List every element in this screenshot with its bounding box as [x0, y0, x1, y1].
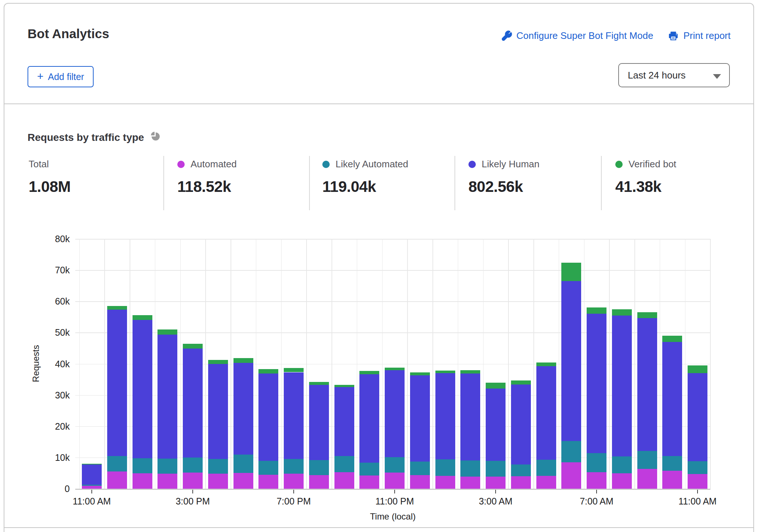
- bar-segment-likely-human[interactable]: [561, 281, 581, 441]
- bar-segment-verified-bot[interactable]: [486, 383, 506, 389]
- bar-segment-likely-human[interactable]: [258, 374, 278, 461]
- bar-segment-likely-human[interactable]: [385, 370, 405, 458]
- bar-segment-likely-automated[interactable]: [208, 459, 228, 474]
- bar-segment-automated[interactable]: [334, 472, 354, 489]
- bar-segment-likely-automated[interactable]: [334, 456, 354, 472]
- bar-segment-automated[interactable]: [82, 486, 102, 489]
- bar-segment-automated[interactable]: [435, 476, 455, 489]
- print-report-link[interactable]: Print report: [668, 30, 731, 41]
- bar-segment-automated[interactable]: [309, 475, 329, 489]
- bar-segment-likely-automated[interactable]: [82, 485, 102, 486]
- bar-segment-likely-automated[interactable]: [511, 464, 531, 476]
- bar-segment-automated[interactable]: [637, 469, 657, 489]
- bar-segment-likely-automated[interactable]: [359, 463, 379, 476]
- bar-segment-automated[interactable]: [511, 476, 531, 489]
- bar-segment-verified-bot[interactable]: [157, 329, 177, 335]
- bar-segment-verified-bot[interactable]: [284, 368, 304, 372]
- bar-segment-likely-human[interactable]: [662, 342, 682, 456]
- bar-segment-automated[interactable]: [460, 477, 480, 489]
- bar-segment-verified-bot[interactable]: [637, 312, 657, 318]
- stat-verified-bot[interactable]: Verified bot 41.38k: [615, 158, 676, 196]
- bar-segment-automated[interactable]: [183, 473, 203, 489]
- bar-segment-likely-human[interactable]: [486, 389, 506, 461]
- bar-segment-automated[interactable]: [385, 473, 405, 489]
- bar-segment-likely-human[interactable]: [460, 374, 480, 460]
- bar-segment-likely-human[interactable]: [334, 387, 354, 456]
- bar-segment-likely-human[interactable]: [208, 364, 228, 459]
- bar-segment-likely-human[interactable]: [233, 363, 253, 455]
- bar-segment-verified-bot[interactable]: [359, 371, 379, 374]
- bar-segment-automated[interactable]: [359, 475, 379, 489]
- add-filter-button[interactable]: + Add filter: [28, 66, 94, 87]
- bar-segment-automated[interactable]: [688, 474, 707, 489]
- bar-segment-likely-automated[interactable]: [385, 457, 405, 472]
- bar-segment-likely-human[interactable]: [359, 374, 379, 463]
- bar-segment-likely-human[interactable]: [133, 320, 152, 458]
- bar-segment-automated[interactable]: [587, 472, 606, 489]
- bar-segment-likely-automated[interactable]: [107, 456, 127, 472]
- stat-automated[interactable]: Automated 118.52k: [177, 158, 237, 196]
- bar-segment-likely-automated[interactable]: [536, 460, 556, 476]
- bar-segment-verified-bot[interactable]: [688, 365, 707, 373]
- bar-segment-verified-bot[interactable]: [435, 371, 455, 373]
- bar-segment-likely-human[interactable]: [82, 464, 102, 485]
- bar-segment-likely-human[interactable]: [410, 375, 430, 462]
- bar-segment-verified-bot[interactable]: [662, 336, 682, 342]
- bar-segment-likely-human[interactable]: [284, 372, 304, 459]
- bar-segment-automated[interactable]: [258, 475, 278, 489]
- bar-segment-likely-automated[interactable]: [435, 459, 455, 476]
- bar-segment-likely-human[interactable]: [107, 310, 127, 456]
- bar-segment-likely-automated[interactable]: [233, 455, 253, 473]
- bar-segment-automated[interactable]: [107, 471, 127, 489]
- bar-segment-likely-human[interactable]: [612, 316, 632, 456]
- bar-segment-likely-human[interactable]: [157, 335, 177, 459]
- stat-likely-human[interactable]: Likely Human 802.56k: [468, 158, 540, 196]
- bar-segment-verified-bot[interactable]: [612, 309, 632, 316]
- bar-segment-automated[interactable]: [612, 473, 632, 489]
- bar-segment-automated[interactable]: [410, 475, 430, 489]
- bar-segment-likely-human[interactable]: [587, 314, 606, 453]
- bar-segment-likely-automated[interactable]: [309, 460, 329, 475]
- configure-super-bot-fight-mode-link[interactable]: Configure Super Bot Fight Mode: [501, 30, 653, 41]
- bar-segment-automated[interactable]: [486, 477, 506, 489]
- bar-segment-automated[interactable]: [133, 473, 152, 489]
- bar-segment-verified-bot[interactable]: [334, 385, 354, 387]
- bar-segment-likely-automated[interactable]: [133, 458, 152, 474]
- bar-segment-verified-bot[interactable]: [82, 464, 102, 464]
- stat-likely-automated[interactable]: Likely Automated 119.04k: [322, 158, 408, 196]
- bar-segment-automated[interactable]: [561, 462, 581, 489]
- bar-segment-likely-human[interactable]: [637, 318, 657, 451]
- bar-segment-likely-human[interactable]: [183, 349, 203, 458]
- bar-segment-automated[interactable]: [284, 474, 304, 489]
- bar-segment-verified-bot[interactable]: [233, 358, 253, 363]
- time-range-dropdown[interactable]: Last 24 hours: [618, 63, 730, 87]
- bar-segment-verified-bot[interactable]: [460, 370, 480, 374]
- bar-segment-verified-bot[interactable]: [183, 344, 203, 349]
- bar-segment-likely-automated[interactable]: [662, 456, 682, 471]
- bar-segment-likely-automated[interactable]: [561, 441, 581, 462]
- bar-segment-likely-automated[interactable]: [183, 458, 203, 473]
- bar-segment-automated[interactable]: [536, 476, 556, 489]
- bar-segment-verified-bot[interactable]: [587, 307, 606, 314]
- bar-segment-likely-automated[interactable]: [486, 461, 506, 477]
- bar-segment-automated[interactable]: [233, 473, 253, 489]
- bar-segment-automated[interactable]: [208, 474, 228, 489]
- bar-segment-verified-bot[interactable]: [385, 368, 405, 370]
- bar-segment-likely-automated[interactable]: [637, 451, 657, 469]
- bar-segment-likely-human[interactable]: [688, 373, 707, 461]
- bar-segment-likely-automated[interactable]: [612, 456, 632, 473]
- bar-segment-verified-bot[interactable]: [258, 369, 278, 374]
- bar-segment-likely-human[interactable]: [435, 373, 455, 459]
- bar-segment-verified-bot[interactable]: [561, 263, 581, 281]
- bar-segment-likely-human[interactable]: [309, 385, 329, 460]
- bar-segment-automated[interactable]: [662, 471, 682, 489]
- bar-segment-verified-bot[interactable]: [107, 306, 127, 310]
- bar-segment-verified-bot[interactable]: [511, 380, 531, 384]
- bar-segment-likely-human[interactable]: [536, 366, 556, 460]
- bar-segment-likely-automated[interactable]: [688, 461, 707, 474]
- bar-segment-automated[interactable]: [157, 474, 177, 489]
- bar-segment-verified-bot[interactable]: [208, 360, 228, 364]
- bar-segment-verified-bot[interactable]: [309, 382, 329, 385]
- bar-segment-likely-human[interactable]: [511, 385, 531, 464]
- bar-segment-likely-automated[interactable]: [157, 459, 177, 474]
